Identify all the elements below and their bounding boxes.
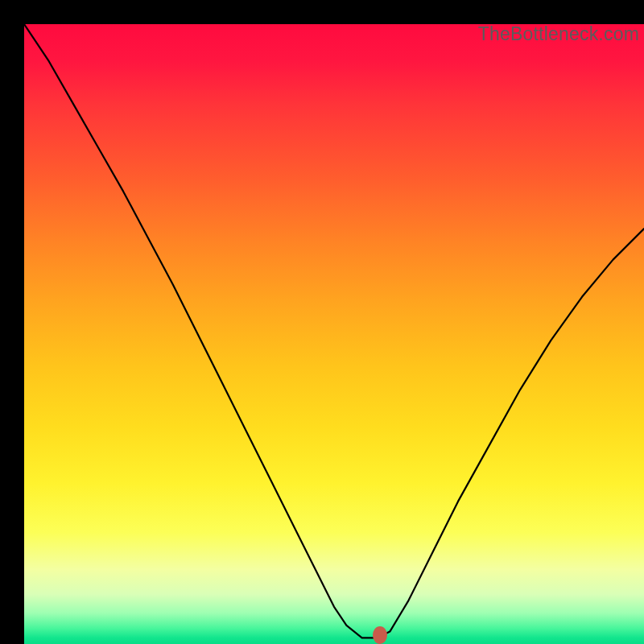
chart-frame: TheBottleneck.com (0, 0, 644, 644)
plot-area: TheBottleneck.com (24, 24, 644, 644)
curve-path (24, 24, 644, 638)
optimal-marker (373, 626, 387, 644)
bottleneck-curve (24, 24, 644, 644)
